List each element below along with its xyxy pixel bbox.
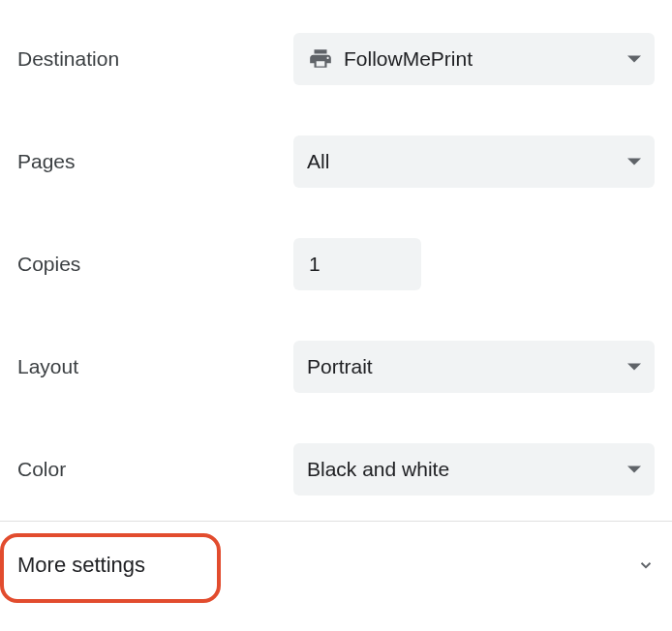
copies-input[interactable]: 1 [293, 238, 421, 290]
chevron-down-icon [637, 556, 655, 574]
caret-down-icon [627, 463, 641, 476]
color-label: Color [17, 458, 293, 481]
printer-icon [307, 46, 344, 72]
copies-control-wrap: 1 [293, 238, 655, 290]
destination-control-wrap: FollowMePrint [293, 33, 655, 85]
caret-down-icon [627, 360, 641, 374]
destination-label: Destination [17, 47, 293, 71]
color-value: Black and white [307, 458, 627, 481]
copies-label: Copies [17, 253, 293, 276]
caret-down-icon [627, 52, 641, 66]
pages-select[interactable]: All [293, 135, 655, 188]
pages-row: Pages All [0, 110, 672, 213]
destination-value: FollowMePrint [344, 47, 627, 71]
pages-label: Pages [17, 150, 293, 173]
layout-control-wrap: Portrait [293, 341, 655, 393]
color-control-wrap: Black and white [293, 443, 655, 496]
layout-row: Layout Portrait [0, 316, 672, 418]
print-settings-panel: Destination FollowMePrint Pages All [0, 0, 672, 609]
layout-label: Layout [17, 355, 293, 378]
destination-row: Destination FollowMePrint [0, 8, 672, 110]
copies-row: Copies 1 [0, 213, 672, 316]
pages-value: All [307, 150, 627, 173]
layout-select[interactable]: Portrait [293, 341, 655, 393]
layout-value: Portrait [307, 355, 627, 378]
copies-value: 1 [309, 253, 321, 276]
color-row: Color Black and white [0, 418, 672, 521]
pages-control-wrap: All [293, 135, 655, 188]
caret-down-icon [627, 155, 641, 168]
more-settings-label-wrap: More settings [17, 535, 188, 595]
color-select[interactable]: Black and white [293, 443, 655, 496]
more-settings-label: More settings [17, 553, 145, 577]
destination-select[interactable]: FollowMePrint [293, 33, 655, 85]
more-settings-toggle[interactable]: More settings [0, 522, 672, 609]
